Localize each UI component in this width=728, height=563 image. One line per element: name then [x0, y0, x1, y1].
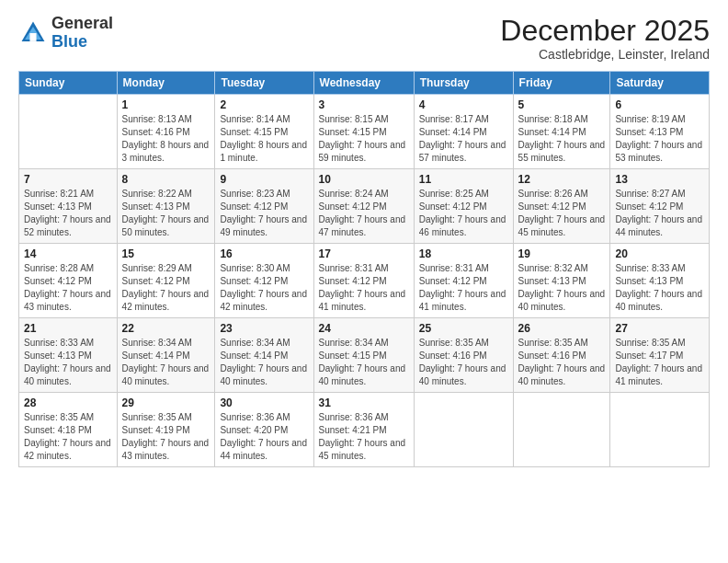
day-info: Sunrise: 8:31 AMSunset: 4:12 PMDaylight:…: [319, 262, 409, 314]
location-subtitle: Castlebridge, Leinster, Ireland: [500, 47, 710, 62]
day-number: 17: [319, 247, 409, 260]
calendar-cell: 2Sunrise: 8:14 AMSunset: 4:15 PMDaylight…: [215, 95, 313, 169]
day-number: 14: [24, 247, 112, 260]
day-number: 26: [518, 322, 606, 335]
day-info: Sunrise: 8:35 AMSunset: 4:18 PMDaylight:…: [24, 411, 112, 463]
calendar-cell: 10Sunrise: 8:24 AMSunset: 4:12 PMDayligh…: [313, 169, 414, 244]
day-info: Sunrise: 8:34 AMSunset: 4:15 PMDaylight:…: [319, 337, 409, 388]
calendar-cell: [414, 393, 513, 467]
calendar-cell: 26Sunrise: 8:35 AMSunset: 4:16 PMDayligh…: [513, 318, 610, 393]
day-number: 11: [419, 173, 508, 186]
calendar-week-5: 28Sunrise: 8:35 AMSunset: 4:18 PMDayligh…: [19, 393, 710, 467]
day-info: Sunrise: 8:27 AMSunset: 4:12 PMDaylight:…: [615, 188, 704, 239]
calendar-cell: 21Sunrise: 8:33 AMSunset: 4:13 PMDayligh…: [19, 318, 118, 393]
day-info: Sunrise: 8:18 AMSunset: 4:14 PMDaylight:…: [518, 113, 606, 165]
calendar-cell: 29Sunrise: 8:35 AMSunset: 4:19 PMDayligh…: [117, 393, 215, 467]
day-info: Sunrise: 8:28 AMSunset: 4:12 PMDaylight:…: [24, 262, 112, 314]
day-info: Sunrise: 8:29 AMSunset: 4:12 PMDaylight:…: [122, 262, 210, 314]
page: General Blue December 2025 Castlebridge,…: [0, 0, 728, 563]
calendar-cell: 18Sunrise: 8:31 AMSunset: 4:12 PMDayligh…: [414, 244, 513, 318]
day-info: Sunrise: 8:19 AMSunset: 4:13 PMDaylight:…: [615, 113, 704, 165]
calendar-week-2: 7Sunrise: 8:21 AMSunset: 4:13 PMDaylight…: [19, 169, 710, 244]
calendar-cell: 4Sunrise: 8:17 AMSunset: 4:14 PMDaylight…: [414, 95, 513, 169]
header: General Blue December 2025 Castlebridge,…: [18, 15, 710, 62]
logo-blue: Blue: [51, 32, 87, 51]
day-info: Sunrise: 8:13 AMSunset: 4:16 PMDaylight:…: [122, 113, 210, 165]
logo-icon: [18, 18, 48, 48]
day-number: 13: [615, 173, 704, 186]
calendar-cell: [513, 393, 610, 467]
calendar-cell: 28Sunrise: 8:35 AMSunset: 4:18 PMDayligh…: [19, 393, 118, 467]
calendar-cell: 20Sunrise: 8:33 AMSunset: 4:13 PMDayligh…: [610, 244, 710, 318]
day-number: 15: [122, 247, 210, 260]
day-number: 21: [24, 322, 112, 335]
day-info: Sunrise: 8:24 AMSunset: 4:12 PMDaylight:…: [319, 188, 409, 239]
day-number: 28: [24, 396, 112, 409]
day-number: 22: [122, 322, 210, 335]
calendar-cell: 9Sunrise: 8:23 AMSunset: 4:12 PMDaylight…: [215, 169, 313, 244]
calendar-cell: 31Sunrise: 8:36 AMSunset: 4:21 PMDayligh…: [313, 393, 414, 467]
day-number: 12: [518, 173, 606, 186]
day-info: Sunrise: 8:31 AMSunset: 4:12 PMDaylight:…: [419, 262, 508, 314]
calendar-cell: 30Sunrise: 8:36 AMSunset: 4:20 PMDayligh…: [215, 393, 313, 467]
month-title: December 2025: [500, 15, 710, 47]
col-header-sunday: Sunday: [19, 72, 118, 95]
calendar-cell: 24Sunrise: 8:34 AMSunset: 4:15 PMDayligh…: [313, 318, 414, 393]
day-info: Sunrise: 8:21 AMSunset: 4:13 PMDaylight:…: [24, 188, 112, 239]
day-info: Sunrise: 8:23 AMSunset: 4:12 PMDaylight:…: [220, 188, 308, 239]
day-number: 5: [518, 98, 606, 111]
day-info: Sunrise: 8:14 AMSunset: 4:15 PMDaylight:…: [220, 113, 308, 165]
calendar-cell: 14Sunrise: 8:28 AMSunset: 4:12 PMDayligh…: [19, 244, 118, 318]
calendar-table: SundayMondayTuesdayWednesdayThursdayFrid…: [18, 71, 710, 467]
calendar-cell: 7Sunrise: 8:21 AMSunset: 4:13 PMDaylight…: [19, 169, 118, 244]
col-header-saturday: Saturday: [610, 72, 710, 95]
day-info: Sunrise: 8:25 AMSunset: 4:12 PMDaylight:…: [419, 188, 508, 239]
calendar-cell: 23Sunrise: 8:34 AMSunset: 4:14 PMDayligh…: [215, 318, 313, 393]
day-info: Sunrise: 8:36 AMSunset: 4:21 PMDaylight:…: [319, 411, 409, 463]
day-info: Sunrise: 8:36 AMSunset: 4:20 PMDaylight:…: [220, 411, 308, 463]
calendar-cell: 8Sunrise: 8:22 AMSunset: 4:13 PMDaylight…: [117, 169, 215, 244]
calendar-week-1: 1Sunrise: 8:13 AMSunset: 4:16 PMDaylight…: [19, 95, 710, 169]
day-info: Sunrise: 8:35 AMSunset: 4:19 PMDaylight:…: [122, 411, 210, 463]
logo: General Blue: [18, 15, 113, 52]
calendar-cell: 27Sunrise: 8:35 AMSunset: 4:17 PMDayligh…: [610, 318, 710, 393]
col-header-tuesday: Tuesday: [215, 72, 313, 95]
day-number: 4: [419, 98, 508, 111]
day-info: Sunrise: 8:35 AMSunset: 4:16 PMDaylight:…: [419, 337, 508, 388]
day-number: 25: [419, 322, 508, 335]
calendar-cell: 16Sunrise: 8:30 AMSunset: 4:12 PMDayligh…: [215, 244, 313, 318]
calendar-cell: 5Sunrise: 8:18 AMSunset: 4:14 PMDaylight…: [513, 95, 610, 169]
col-header-wednesday: Wednesday: [313, 72, 414, 95]
logo-general: General: [51, 14, 113, 32]
day-number: 10: [319, 173, 409, 186]
calendar-cell: 17Sunrise: 8:31 AMSunset: 4:12 PMDayligh…: [313, 244, 414, 318]
calendar-cell: [610, 393, 710, 467]
calendar-cell: 19Sunrise: 8:32 AMSunset: 4:13 PMDayligh…: [513, 244, 610, 318]
day-number: 16: [220, 247, 308, 260]
col-header-thursday: Thursday: [414, 72, 513, 95]
col-header-monday: Monday: [117, 72, 215, 95]
day-number: 30: [220, 396, 308, 409]
calendar-week-3: 14Sunrise: 8:28 AMSunset: 4:12 PMDayligh…: [19, 244, 710, 318]
calendar-cell: 13Sunrise: 8:27 AMSunset: 4:12 PMDayligh…: [610, 169, 710, 244]
calendar-cell: 25Sunrise: 8:35 AMSunset: 4:16 PMDayligh…: [414, 318, 513, 393]
day-info: Sunrise: 8:33 AMSunset: 4:13 PMDaylight:…: [24, 337, 112, 388]
col-header-friday: Friday: [513, 72, 610, 95]
calendar-cell: 1Sunrise: 8:13 AMSunset: 4:16 PMDaylight…: [117, 95, 215, 169]
day-info: Sunrise: 8:35 AMSunset: 4:16 PMDaylight:…: [518, 337, 606, 388]
calendar-week-4: 21Sunrise: 8:33 AMSunset: 4:13 PMDayligh…: [19, 318, 710, 393]
calendar-header-row: SundayMondayTuesdayWednesdayThursdayFrid…: [19, 72, 710, 95]
day-number: 19: [518, 247, 606, 260]
day-number: 29: [122, 396, 210, 409]
calendar-cell: 6Sunrise: 8:19 AMSunset: 4:13 PMDaylight…: [610, 95, 710, 169]
day-info: Sunrise: 8:35 AMSunset: 4:17 PMDaylight:…: [615, 337, 704, 388]
svg-rect-2: [29, 33, 36, 41]
day-number: 9: [220, 173, 308, 186]
calendar-cell: 22Sunrise: 8:34 AMSunset: 4:14 PMDayligh…: [117, 318, 215, 393]
calendar-cell: 11Sunrise: 8:25 AMSunset: 4:12 PMDayligh…: [414, 169, 513, 244]
calendar-cell: 3Sunrise: 8:15 AMSunset: 4:15 PMDaylight…: [313, 95, 414, 169]
day-number: 31: [319, 396, 409, 409]
day-number: 8: [122, 173, 210, 186]
day-number: 23: [220, 322, 308, 335]
day-info: Sunrise: 8:17 AMSunset: 4:14 PMDaylight:…: [419, 113, 508, 165]
